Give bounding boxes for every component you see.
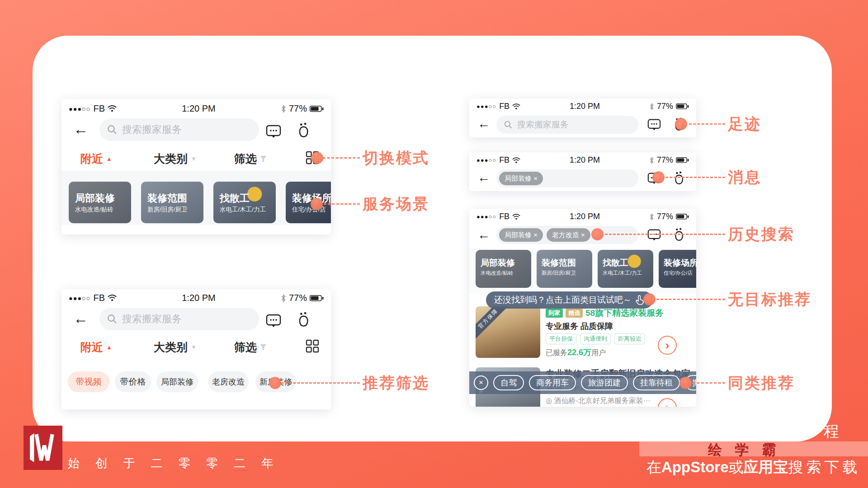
listing2-location: ◎ 酒仙桥-北京好兄弟服务家装··· (546, 396, 651, 406)
service-card-find-workers[interactable]: 找散工 水电工/木工/力工 (213, 182, 276, 223)
annotation-dot-no-target (643, 293, 656, 305)
clock-label: 1:20 PM (570, 212, 600, 221)
status-bar: ●●●○○ FB 1:20 PM 77% (469, 155, 696, 165)
card-subtitle: 新房/旧房/厨卫 (147, 206, 188, 214)
card-title: 装修场所 (664, 257, 696, 269)
carrier-label: FB (499, 155, 509, 165)
yingyongbao-label: 应用宝 (744, 459, 788, 475)
card-title: 找散工 (603, 257, 628, 269)
phone-screen-search-grid: ●●●○○ FB 1:20 PM 77% ← 搜索搬家服务 附近 ▲ (61, 99, 331, 235)
battery-percent-label: 77% (289, 103, 307, 114)
wifi-icon (512, 214, 520, 220)
search-tag[interactable]: 局部装修 × (499, 228, 543, 242)
back-arrow-icon[interactable]: ← (73, 122, 88, 136)
listing-title[interactable]: 58旗下精选家装服务 (585, 307, 664, 319)
service-card-renovation-place[interactable]: 装修场所 住宅/办公/店 (659, 250, 696, 288)
message-icon[interactable] (266, 314, 281, 330)
footprint-icon[interactable] (297, 122, 310, 140)
annotation-line (323, 157, 360, 159)
battery-percent-label: 77% (657, 102, 673, 111)
card-title: 装修范围 (147, 192, 187, 205)
annotation-line (324, 203, 360, 205)
annotation-dot-recommend-filter (269, 377, 281, 389)
filter-tab-nearby[interactable]: 附近 ▲ (80, 340, 112, 355)
service-card-renovation-place[interactable]: 装修场所 住宅/办公/店 (286, 182, 331, 223)
funnel-icon (260, 155, 267, 162)
filter-tab-filter[interactable]: 筛选 (234, 151, 267, 166)
service-card-partial-renovation[interactable]: 局部装修 水电改造/贴砖 (476, 250, 531, 288)
chip-old-house[interactable]: 老房改造 (208, 371, 249, 392)
brand-logo (24, 426, 62, 470)
bar-chip-self-drive[interactable]: 自驾 (493, 375, 524, 390)
search-placeholder: 搜索搬家服务 (122, 123, 182, 136)
bar-chip-business-car[interactable]: 商务用车 (529, 375, 576, 390)
badge-daojia: 到家 (546, 309, 563, 318)
message-icon[interactable] (647, 229, 661, 243)
same-type-recommend-bar: × 自驾 商务用车 旅游团建 挂靠待租 搬家拉 (469, 371, 696, 394)
grid-mode-icon[interactable] (306, 339, 319, 355)
card-subtitle: 水电工/木工/力工 (603, 270, 642, 277)
service-card-partial-renovation[interactable]: 局部装修 水电改造/贴砖 (69, 182, 131, 223)
back-arrow-icon[interactable]: ← (477, 117, 490, 130)
bar-chip-affiliation[interactable]: 挂靠待租 (633, 375, 680, 390)
search-input[interactable]: 搜索搬家服务 (99, 118, 259, 141)
search-input[interactable]: 搜索搬家服务 (99, 308, 259, 330)
badge-select: 精选 (566, 309, 583, 318)
caret-up-icon: ▲ (106, 155, 112, 162)
search-input[interactable]: 局部装修 × 老方改造 × (496, 226, 638, 244)
filter-tab-nearby[interactable]: 附近 ▲ (80, 151, 112, 166)
wifi-icon (108, 295, 117, 301)
back-arrow-icon[interactable]: ← (477, 229, 490, 241)
download-suffix: 搜索下载 (788, 459, 861, 475)
chip-with-video[interactable]: 带视频 (68, 371, 109, 392)
search-input[interactable]: 局部装修 × (496, 169, 638, 188)
download-or: 或 (729, 459, 744, 475)
message-icon[interactable] (647, 118, 661, 133)
filter-label: 筛选 (234, 151, 257, 166)
service-card-renovation-scope[interactable]: 装修范围 新房/旧房/厨卫 (141, 182, 203, 223)
listing-feature-tags: 平台担保 沟通便利 距离较近 (546, 333, 645, 344)
clock-label: 1:20 PM (570, 155, 600, 165)
chip-partial-renovation[interactable]: 局部装修 (156, 371, 198, 392)
carrier-label: FB (93, 293, 105, 303)
search-input[interactable]: 搜索搬家服务 (496, 116, 638, 134)
footprint-icon[interactable] (297, 312, 310, 329)
close-icon[interactable]: × (474, 375, 488, 390)
message-icon[interactable] (266, 124, 281, 141)
search-tag[interactable]: 局部装修 × (499, 172, 543, 185)
battery-percent-label: 77% (657, 155, 673, 165)
filter-tab-category[interactable]: 大类别 ▼ (154, 151, 197, 166)
back-arrow-icon[interactable]: ← (73, 311, 88, 326)
service-card-find-workers[interactable]: 找散工 水电工/木工/力工 (598, 250, 653, 288)
footprint-icon[interactable] (674, 171, 684, 187)
service-card-renovation-scope[interactable]: 装修范围 新房/旧房/厨卫 (537, 250, 592, 288)
feature-tag: 平台担保 (546, 333, 576, 344)
annotation-same-type-recommend: 同类推荐 (728, 373, 795, 394)
battery-icon (310, 295, 324, 301)
chip-with-price[interactable]: 带价格 (115, 371, 151, 392)
phone-screen-recommend-filters: ●●●○○ FB 1:20 PM 77% ← 搜索搬家服务 附近 ▲ (61, 289, 331, 409)
search-placeholder: 搜索搬家服务 (122, 312, 182, 326)
search-tag-history[interactable]: 老方改造 × (547, 228, 590, 242)
phone-screen-results: ●●●○○ FB 1:20 PM 77% ← 局部装修 × 老方改造 × 局部装… (469, 209, 696, 407)
wifi-icon (512, 103, 520, 110)
signal-dots-icon: ●●●○○ (476, 157, 496, 164)
funnel-icon (260, 344, 267, 351)
footprint-icon[interactable] (674, 228, 684, 243)
annotation-switch-mode: 切换模式 (363, 148, 429, 169)
logo-w-icon (30, 433, 56, 462)
listing-subtitle: 专业服务 品质保障 (546, 321, 613, 332)
filter-tab-filter[interactable]: 筛选 (234, 340, 267, 355)
listing-photo[interactable]: 官方保障 (476, 306, 540, 358)
bluetooth-icon (281, 105, 286, 113)
filter-tab-category[interactable]: 大类别 ▼ (154, 340, 197, 355)
bar-chip-tour-group[interactable]: 旅游团建 (581, 375, 628, 390)
chevron-right-button[interactable]: › (658, 336, 677, 355)
feature-tag: 距离较近 (614, 333, 645, 344)
annotation-no-target-recommend: 无目标推荐 (728, 289, 811, 310)
bluetooth-icon (649, 157, 654, 164)
chevron-right-button[interactable]: › (658, 398, 677, 407)
phone-screen-search-bar: ●●●○○ FB 1:20 PM 77% ← 搜索搬家服务 (469, 99, 696, 137)
nearby-label: 附近 (80, 340, 103, 355)
back-arrow-icon[interactable]: ← (477, 171, 490, 184)
